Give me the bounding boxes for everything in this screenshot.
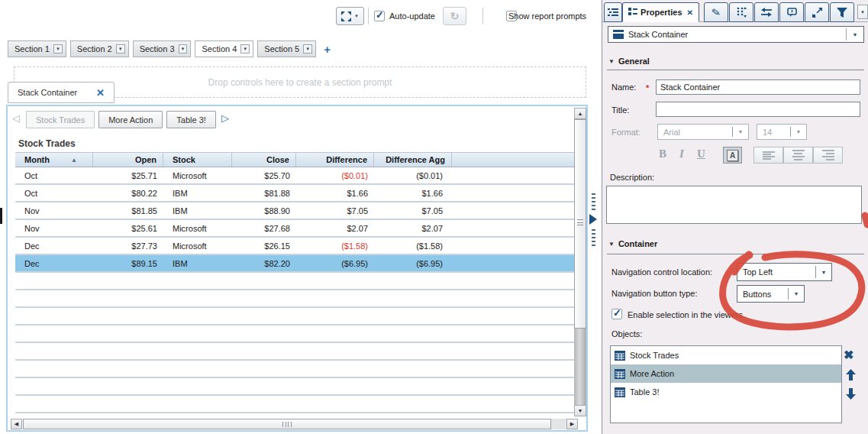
nav-button-table-3-[interactable]: Table 3!	[166, 111, 216, 128]
table-row-empty[interactable]	[15, 273, 576, 290]
tab-format-painter[interactable]: ✎	[704, 2, 728, 22]
column-header-label: Difference Agg	[386, 155, 445, 164]
table-cell	[452, 185, 576, 201]
section-tab-section-1[interactable]: Section 1▼	[8, 40, 66, 57]
tab-reorder[interactable]	[729, 2, 753, 22]
italic-button[interactable]: I	[679, 147, 684, 160]
enable-selection-checkbox[interactable]: ✓	[611, 309, 622, 319]
general-section-header[interactable]: ▼ General	[608, 57, 650, 66]
align-center-button[interactable]	[783, 147, 813, 164]
close-icon[interactable]: ✕	[687, 8, 693, 17]
nav-location-dropdown[interactable]: Top Left ▼	[737, 263, 832, 281]
table-row-empty[interactable]	[15, 326, 576, 343]
table-object-icon	[615, 369, 625, 379]
toolbar-separator	[482, 8, 483, 24]
section-tab-section-5[interactable]: Section 5▼	[257, 40, 316, 57]
refresh-button[interactable]: ↻	[443, 7, 466, 25]
name-input[interactable]: Stack Container	[656, 79, 860, 95]
tab-filters[interactable]	[830, 2, 854, 22]
section-tab-section-4[interactable]: Section 4▼	[195, 40, 253, 57]
name-value: Stack Container	[660, 83, 720, 92]
table-row-empty[interactable]	[15, 290, 576, 308]
tab-alerts[interactable]	[779, 2, 804, 22]
nav-button-stock-trades[interactable]: Stock Trades	[26, 111, 95, 128]
chevron-down-icon[interactable]: ▼	[116, 44, 125, 53]
collapse-panel-arrow-icon[interactable]	[589, 214, 597, 225]
column-header-open[interactable]: Open	[93, 153, 163, 167]
table-row-empty[interactable]	[15, 378, 576, 396]
scroll-down-button[interactable]: ▼	[574, 405, 586, 416]
vertical-scrollbar-lower-track[interactable]	[574, 329, 586, 405]
column-header-stock[interactable]: Stock	[163, 153, 232, 167]
section-tab-section-3[interactable]: Section 3▼	[133, 40, 192, 57]
underline-button[interactable]: U	[697, 147, 705, 160]
add-section-button[interactable]: +	[320, 43, 334, 57]
bold-button[interactable]: B	[659, 147, 666, 160]
align-left-button[interactable]	[753, 147, 783, 164]
table-cell: $2.07	[296, 220, 374, 236]
column-header-filler[interactable]	[452, 153, 576, 167]
nav-button-more-action[interactable]: More Action	[98, 111, 163, 128]
object-item-stock-trades[interactable]: Stock Trades	[611, 346, 841, 364]
description-label: Description:	[610, 173, 654, 182]
column-header-close[interactable]: Close	[232, 153, 296, 167]
auto-update-checkbox[interactable]: ✓	[374, 11, 385, 21]
nav-type-dropdown[interactable]: Buttons ▼	[737, 285, 805, 303]
tab-outline[interactable]	[604, 2, 622, 22]
chevron-down-icon[interactable]: ▼	[53, 44, 63, 53]
chevron-down-icon[interactable]: ▼	[240, 44, 250, 53]
section-tab-section-2[interactable]: Section 2▼	[70, 40, 129, 57]
chevron-down-icon[interactable]: ▼	[303, 44, 312, 53]
close-icon[interactable]: ✕	[96, 87, 105, 99]
font-family-dropdown[interactable]: Arial ▼	[657, 124, 749, 140]
table-cell: Dec	[15, 255, 93, 271]
align-right-button[interactable]	[813, 147, 843, 164]
chevron-down-icon[interactable]: ▼	[179, 44, 188, 53]
font-color-button[interactable]: A	[723, 147, 742, 164]
element-selector-value: Stack Container	[628, 30, 688, 39]
table-row-empty[interactable]	[15, 396, 576, 413]
align-center-icon	[792, 149, 805, 161]
table-row[interactable]: Oct$25.71Microsoft$25.70($0.01)($0.01)	[15, 167, 576, 185]
horizontal-scrollbar-track[interactable]	[551, 419, 566, 429]
element-selector-dropdown[interactable]: Stack Container ▼	[608, 26, 864, 43]
move-up-button[interactable]	[846, 369, 856, 383]
object-item-table-3-[interactable]: Table 3!	[611, 383, 841, 401]
container-section-header[interactable]: ▼ Container	[608, 239, 657, 248]
diagonal-arrows-icon	[812, 8, 822, 18]
table-row-empty[interactable]	[15, 308, 576, 326]
scroll-up-button[interactable]: ▲	[574, 108, 586, 119]
remove-object-button[interactable]: ✖	[844, 348, 853, 362]
table-row[interactable]: Dec$27.73Microsoft$26.15($1.58)($1.58)	[15, 238, 576, 255]
tab-swap-values[interactable]	[754, 2, 779, 22]
table-row[interactable]: Oct$80.22IBM$81.88$1.66$1.66	[15, 185, 576, 202]
prev-page-icon[interactable]: ◁	[12, 112, 20, 124]
name-label: Name:	[611, 83, 636, 92]
move-down-button[interactable]	[846, 387, 856, 401]
object-item-more-action[interactable]: More Action	[611, 364, 841, 383]
table-cell: Oct	[15, 167, 93, 183]
next-page-icon[interactable]: ▷	[221, 112, 229, 124]
tab-interactions[interactable]	[805, 2, 829, 22]
table-row[interactable]: Dec$89.15IBM$82.20($6.95)($6.95)	[15, 255, 576, 273]
splitter-handle[interactable]	[592, 229, 595, 248]
table-row-empty[interactable]	[15, 343, 576, 361]
stack-container-tab[interactable]: Stack Container ✕	[8, 82, 115, 103]
table-row-empty[interactable]	[15, 361, 576, 378]
sort-asc-icon: ▲	[71, 157, 77, 164]
table-row[interactable]: Nov$25.61Microsoft$27.68$2.07$2.07	[15, 220, 576, 238]
title-input[interactable]	[656, 102, 860, 117]
scroll-left-button[interactable]: ◀	[11, 419, 22, 429]
font-size-dropdown[interactable]: 14 ▼	[757, 124, 807, 140]
tab-overflow-button[interactable]: ▼	[857, 5, 868, 19]
column-header-month[interactable]: Month▲	[15, 153, 93, 167]
description-textarea[interactable]	[606, 186, 862, 224]
tab-properties[interactable]: Properties ✕	[622, 2, 699, 22]
fit-to-screen-button[interactable]: ▼	[336, 7, 364, 25]
column-header-difference[interactable]: Difference	[296, 153, 374, 167]
scroll-right-button[interactable]: ▶	[566, 419, 578, 429]
splitter-handle[interactable]	[592, 193, 595, 212]
table-row[interactable]: Nov$81.85IBM$88.90$7.05$7.05	[15, 202, 576, 220]
column-header-difference-agg[interactable]: Difference Agg	[374, 153, 452, 167]
properties-panel: Properties ✕ ✎ ▼ Stack	[602, 0, 868, 434]
